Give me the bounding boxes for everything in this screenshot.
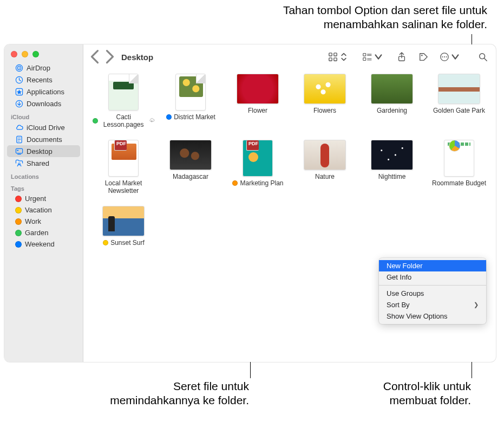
tag-button[interactable] bbox=[416, 49, 431, 64]
sidebar: AirDropRecentsApplicationsDownloads iClo… bbox=[4, 44, 83, 362]
svg-point-16 bbox=[480, 54, 485, 59]
annotation-bottom-left: Seret file untuk memindahkannya ke folde… bbox=[70, 379, 249, 408]
file-name: Nature bbox=[315, 173, 335, 180]
file-name: Local Market Newsletter bbox=[92, 179, 155, 195]
sidebar-tag-vacation[interactable]: Vacation bbox=[7, 204, 80, 216]
menu-item-label: Sort By bbox=[387, 301, 410, 309]
sidebar-item-shared[interactable]: Shared bbox=[7, 157, 80, 169]
tag-dot-icon bbox=[15, 241, 22, 248]
sidebar-tag-label: Garden bbox=[25, 229, 48, 237]
sidebar-item-label: Documents bbox=[27, 135, 62, 144]
desktop-icon bbox=[15, 147, 23, 156]
file-item[interactable]: District Market bbox=[158, 74, 223, 129]
file-item[interactable]: Nighttime bbox=[359, 140, 424, 195]
sidebar-item-label: Shared bbox=[27, 159, 49, 167]
sidebar-tag-urgent[interactable]: Urgent bbox=[7, 193, 80, 204]
share-button[interactable] bbox=[394, 49, 409, 64]
file-name: District Market bbox=[174, 113, 215, 121]
svg-rect-1 bbox=[334, 53, 337, 56]
sidebar-item-downloads[interactable]: Downloads bbox=[7, 98, 80, 109]
sidebar-section-tags: Tags bbox=[4, 181, 83, 193]
sidebar-item-icloud-drive[interactable]: iCloud Drive bbox=[7, 121, 80, 133]
file-thumbnail bbox=[108, 140, 139, 177]
file-item[interactable]: Flower bbox=[225, 74, 290, 129]
svg-rect-0 bbox=[329, 53, 332, 56]
sidebar-item-airdrop[interactable]: AirDrop bbox=[7, 62, 80, 74]
more-button[interactable] bbox=[437, 49, 462, 64]
search-button[interactable] bbox=[475, 49, 490, 64]
sidebar-item-label: AirDrop bbox=[27, 64, 50, 72]
file-item[interactable]: Golden Gate Park bbox=[427, 74, 492, 129]
sidebar-item-recents[interactable]: Recents bbox=[7, 74, 80, 86]
file-thumbnail bbox=[371, 74, 413, 104]
sidebar-tag-label: Weekend bbox=[25, 240, 55, 248]
doc-icon bbox=[15, 135, 23, 144]
file-thumbnail bbox=[371, 140, 413, 170]
file-name: Madagascar bbox=[173, 173, 208, 180]
menu-item-new-folder[interactable]: New Folder bbox=[379, 260, 486, 271]
svg-rect-3 bbox=[334, 58, 337, 61]
file-thumbnail bbox=[175, 74, 206, 111]
tag-dot-icon bbox=[15, 230, 22, 236]
sidebar-item-documents[interactable]: Documents bbox=[7, 133, 80, 145]
tag-dot-icon bbox=[15, 196, 22, 202]
menu-item-label: New Folder bbox=[387, 262, 422, 270]
svg-line-17 bbox=[485, 59, 487, 61]
minimize-button[interactable] bbox=[22, 51, 28, 57]
file-item[interactable]: Flowers bbox=[292, 74, 357, 129]
menu-item-sort-by[interactable]: Sort By❯ bbox=[379, 299, 486, 310]
window-title: Desktop bbox=[121, 53, 153, 62]
zoom-button[interactable] bbox=[32, 51, 39, 57]
file-thumbnail bbox=[237, 74, 279, 104]
icloud-icon bbox=[15, 123, 23, 132]
file-item[interactable]: Madagascar bbox=[158, 140, 223, 195]
file-item[interactable]: Cacti Lesson.pages bbox=[91, 74, 156, 129]
file-thumbnail bbox=[243, 140, 273, 177]
sidebar-tag-weekend[interactable]: Weekend bbox=[7, 238, 80, 250]
file-item[interactable]: Marketing Plan bbox=[225, 140, 290, 195]
file-item[interactable]: Gardening bbox=[359, 74, 424, 129]
file-name: Sunset Surf bbox=[110, 239, 145, 247]
file-thumbnail bbox=[102, 206, 145, 236]
sidebar-tag-work[interactable]: Work bbox=[7, 216, 80, 227]
finder-window: AirDropRecentsApplicationsDownloads iClo… bbox=[4, 44, 496, 362]
tag-dot-icon bbox=[93, 118, 98, 124]
tag-dot-icon bbox=[15, 218, 22, 225]
group-button[interactable] bbox=[361, 49, 385, 64]
context-menu: New FolderGet InfoUse GroupsSort By❯Show… bbox=[379, 258, 486, 324]
tag-dot-icon bbox=[103, 240, 108, 245]
back-button[interactable] bbox=[89, 50, 101, 64]
sidebar-item-applications[interactable]: Applications bbox=[7, 86, 80, 98]
sidebar-item-label: Downloads bbox=[27, 100, 61, 108]
svg-point-13 bbox=[442, 56, 443, 57]
file-name: Cacti Lesson.pages bbox=[100, 113, 147, 129]
sidebar-tag-garden[interactable]: Garden bbox=[7, 227, 80, 238]
tag-dot-icon bbox=[232, 180, 238, 186]
svg-rect-4 bbox=[363, 53, 366, 56]
menu-item-get-info[interactable]: Get Info bbox=[379, 271, 486, 283]
file-thumbnail bbox=[444, 140, 474, 177]
menu-item-show-view-options[interactable]: Show View Options bbox=[379, 310, 486, 322]
tag-dot-icon bbox=[15, 207, 22, 213]
file-item[interactable]: Local Market Newsletter bbox=[91, 140, 156, 195]
sidebar-section-locations: Locations bbox=[4, 169, 83, 181]
sidebar-section-icloud: iCloud bbox=[4, 109, 83, 121]
svg-point-11 bbox=[421, 55, 423, 56]
forward-button[interactable] bbox=[104, 50, 116, 64]
sidebar-item-label: Recents bbox=[27, 76, 53, 84]
file-item[interactable]: Sunset Surf bbox=[91, 206, 156, 247]
toolbar: Desktop bbox=[83, 44, 496, 69]
file-thumbnail bbox=[108, 74, 139, 111]
file-thumbnail bbox=[438, 74, 480, 104]
close-button[interactable] bbox=[11, 51, 17, 57]
svg-point-14 bbox=[444, 56, 445, 57]
apps-icon bbox=[15, 87, 23, 96]
menu-item-use-groups[interactable]: Use Groups bbox=[379, 288, 486, 299]
file-item[interactable]: Nature bbox=[292, 140, 357, 195]
sidebar-item-desktop[interactable]: Desktop bbox=[7, 145, 80, 157]
sidebar-tag-label: Work bbox=[25, 217, 41, 225]
file-thumbnail bbox=[169, 140, 212, 170]
file-name: Nighttime bbox=[378, 173, 406, 180]
view-icon-button[interactable] bbox=[326, 49, 351, 64]
file-item[interactable]: Roommate Budget bbox=[427, 140, 492, 195]
